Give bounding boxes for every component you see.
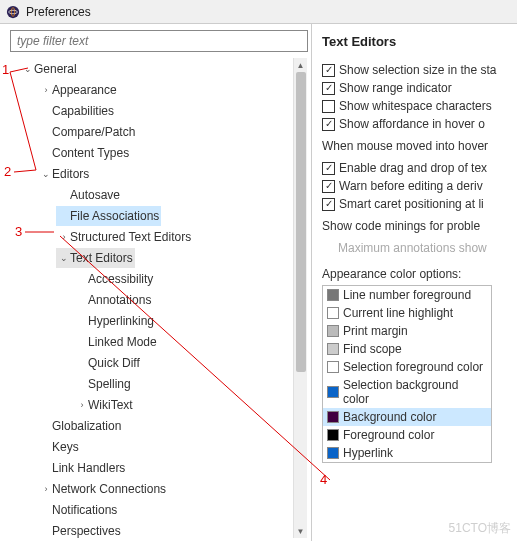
color-row-selbg[interactable]: Selection background color xyxy=(323,376,491,408)
chevron-down-icon: ⌄ xyxy=(58,248,70,268)
chevron-right-icon: › xyxy=(40,80,52,100)
check-label: Warn before editing a deriv xyxy=(339,179,483,193)
tree-item-quick-diff[interactable]: ·Quick Diff xyxy=(74,353,142,373)
tree-scrollbar[interactable]: ▲ ▼ xyxy=(293,58,307,538)
tree-label: Content Types xyxy=(52,143,129,163)
no-icon: · xyxy=(40,521,52,538)
check-whitespace[interactable]: Show whitespace characters xyxy=(322,99,517,113)
no-icon: · xyxy=(76,374,88,394)
color-listbox[interactable]: Line number foreground Current line high… xyxy=(322,285,492,463)
color-swatch-icon xyxy=(327,411,339,423)
tree-item-globalization[interactable]: ·Globalization xyxy=(38,416,123,436)
checkbox-icon: ✓ xyxy=(322,180,335,193)
checkbox-icon: ✓ xyxy=(322,198,335,211)
minings-text: Show code minings for proble xyxy=(322,219,517,233)
no-icon: · xyxy=(76,311,88,331)
no-icon: · xyxy=(40,143,52,163)
color-label: Current line highlight xyxy=(343,306,453,320)
tree-label: Compare/Patch xyxy=(52,122,135,142)
tree-item-content-types[interactable]: ·Content Types xyxy=(38,143,131,163)
color-row-bg[interactable]: Background color xyxy=(323,408,491,426)
color-label: Background color xyxy=(343,410,436,424)
tree-item-autosave[interactable]: ·Autosave xyxy=(56,185,122,205)
tree-item-general[interactable]: ⌄General xyxy=(20,59,79,79)
check-label: Show range indicator xyxy=(339,81,452,95)
tree-item-compare[interactable]: ·Compare/Patch xyxy=(38,122,137,142)
tree-item-keys[interactable]: ·Keys xyxy=(38,437,81,457)
color-swatch-icon xyxy=(327,289,339,301)
tree-item-perspectives[interactable]: ·Perspectives xyxy=(38,521,123,538)
color-row-selfg[interactable]: Selection foreground color xyxy=(323,358,491,376)
tree-item-wikitext[interactable]: ›WikiText xyxy=(74,395,135,415)
scroll-down-icon[interactable]: ▼ xyxy=(294,524,307,538)
no-icon: · xyxy=(40,416,52,436)
checkbox-group-2: ✓Enable drag and drop of tex ✓Warn befor… xyxy=(322,161,517,211)
check-selection-size[interactable]: ✓Show selection size in the sta xyxy=(322,63,517,77)
tree-label: Annotations xyxy=(88,290,151,310)
tree-item-annotations[interactable]: ·Annotations xyxy=(74,290,153,310)
color-swatch-icon xyxy=(327,386,339,398)
preferences-tree[interactable]: ⌄General ›Appearance ·Capabilities ·Comp… xyxy=(4,58,307,538)
tree-label: Network Connections xyxy=(52,479,166,499)
tree-item-appearance[interactable]: ›Appearance xyxy=(38,80,119,100)
main-split: ⌄General ›Appearance ·Capabilities ·Comp… xyxy=(0,24,517,541)
chevron-right-icon: › xyxy=(40,479,52,499)
tree-item-text-editors[interactable]: ⌄Text Editors xyxy=(56,248,135,268)
tree-item-notifications[interactable]: ·Notifications xyxy=(38,500,119,520)
no-icon: · xyxy=(58,185,70,205)
hover-text: When mouse moved into hover xyxy=(322,139,517,153)
color-row-hyperlink[interactable]: Hyperlink xyxy=(323,444,491,462)
tree-item-linked-mode[interactable]: ·Linked Mode xyxy=(74,332,159,352)
tree-label: Quick Diff xyxy=(88,353,140,373)
checkbox-group: ✓Show selection size in the sta ✓Show ra… xyxy=(322,63,517,131)
no-icon: · xyxy=(76,290,88,310)
check-affordance[interactable]: ✓Show affordance in hover o xyxy=(322,117,517,131)
tree-item-editors[interactable]: ⌄Editors xyxy=(38,164,91,184)
tree-panel: ⌄General ›Appearance ·Capabilities ·Comp… xyxy=(0,24,312,541)
tree-item-file-associations[interactable]: ·File Associations xyxy=(56,206,161,226)
annotation-2: 2 xyxy=(4,164,11,179)
eclipse-icon xyxy=(6,5,20,19)
annotation-3: 3 xyxy=(15,224,22,239)
scroll-thumb[interactable] xyxy=(296,72,306,372)
max-annot-text: Maximum annotations show xyxy=(322,241,517,255)
tree-label: Spelling xyxy=(88,374,131,394)
tree-item-spelling[interactable]: ·Spelling xyxy=(74,374,133,394)
filter-input[interactable] xyxy=(10,30,308,52)
color-label: Selection background color xyxy=(343,378,487,406)
check-range-indicator[interactable]: ✓Show range indicator xyxy=(322,81,517,95)
color-swatch-icon xyxy=(327,307,339,319)
color-row-curline[interactable]: Current line highlight xyxy=(323,304,491,322)
tree-item-accessibility[interactable]: ·Accessibility xyxy=(74,269,155,289)
annotation-1: 1 xyxy=(2,62,9,77)
tree-item-link-handlers[interactable]: ·Link Handlers xyxy=(38,458,127,478)
window-title: Preferences xyxy=(26,5,91,19)
color-row-printmargin[interactable]: Print margin xyxy=(323,322,491,340)
color-label: Foreground color xyxy=(343,428,434,442)
tree-item-hyperlinking[interactable]: ·Hyperlinking xyxy=(74,311,156,331)
check-label: Show whitespace characters xyxy=(339,99,492,113)
tree-item-capabilities[interactable]: ·Capabilities xyxy=(38,101,116,121)
color-swatch-icon xyxy=(327,325,339,337)
chevron-down-icon: ⌄ xyxy=(40,164,52,184)
check-smart-caret[interactable]: ✓Smart caret positioning at li xyxy=(322,197,517,211)
color-row-findscope[interactable]: Find scope xyxy=(323,340,491,358)
watermark: 51CTO博客 xyxy=(449,520,511,537)
chevron-down-icon: ⌄ xyxy=(22,59,34,79)
filter-box xyxy=(10,30,308,52)
tree-label: Keys xyxy=(52,437,79,457)
scroll-up-icon[interactable]: ▲ xyxy=(294,58,307,72)
checkbox-icon: ✓ xyxy=(322,64,335,77)
no-icon: · xyxy=(40,122,52,142)
color-row-fg[interactable]: Foreground color xyxy=(323,426,491,444)
tree-item-network[interactable]: ›Network Connections xyxy=(38,479,168,499)
check-drag-drop[interactable]: ✓Enable drag and drop of tex xyxy=(322,161,517,175)
tree-item-structured[interactable]: ›Structured Text Editors xyxy=(56,227,193,247)
no-icon: · xyxy=(76,269,88,289)
tree-label: Linked Mode xyxy=(88,332,157,352)
color-row-linenum[interactable]: Line number foreground xyxy=(323,286,491,304)
check-warn-derived[interactable]: ✓Warn before editing a deriv xyxy=(322,179,517,193)
annotation-4: 4 xyxy=(320,472,327,487)
tree-label: Accessibility xyxy=(88,269,153,289)
color-swatch-icon xyxy=(327,429,339,441)
